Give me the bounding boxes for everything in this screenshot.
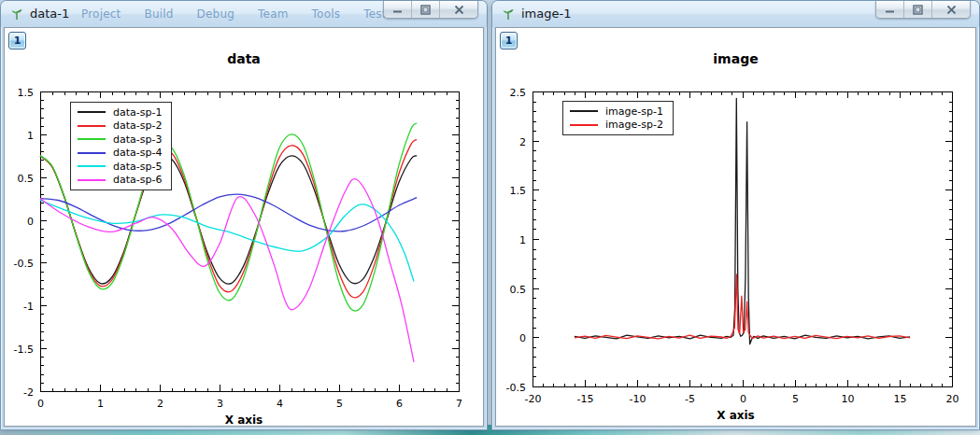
x-tick-label: 4 xyxy=(277,398,283,410)
x-tick-label: 7 xyxy=(456,398,462,410)
window-title: data-1 xyxy=(30,7,69,21)
legend-swatch xyxy=(78,125,106,127)
series-data-sp-4[interactable] xyxy=(40,194,417,232)
maximize-button[interactable] xyxy=(904,1,932,18)
y-tick-label: -1 xyxy=(23,301,34,313)
y-tick-label: 2 xyxy=(519,136,526,148)
legend-entry-image-sp-1: image-sp-1 xyxy=(570,105,663,119)
sprout-icon xyxy=(501,7,516,21)
x-tick-label: 0 xyxy=(740,393,746,405)
legend-swatch xyxy=(78,138,106,140)
minimize-button[interactable] xyxy=(876,1,904,18)
y-tick-label: 0.5 xyxy=(18,173,35,185)
x-tick-label: 5 xyxy=(336,398,343,410)
legend-swatch xyxy=(78,179,106,181)
x-tick-label: 3 xyxy=(217,398,223,410)
plot-canvas[interactable]: 01234567-2-1.5-1-0.500.511.5 xyxy=(5,28,486,428)
y-tick-label: 0 xyxy=(519,332,526,344)
legend-swatch xyxy=(78,152,106,154)
x-tick-label: -5 xyxy=(685,393,695,405)
y-tick-label: 0 xyxy=(27,216,34,228)
y-tick-label: -2 xyxy=(23,386,34,399)
x-tick-label: 1 xyxy=(97,398,104,410)
x-tick-label: -20 xyxy=(525,393,542,405)
ghost-menu-item: Build xyxy=(144,7,173,21)
plot-canvas[interactable]: -20-15-10-505101520-0.500.511.522.5 xyxy=(496,28,978,428)
x-axis-label: X axis xyxy=(496,409,975,422)
legend-label: image-sp-1 xyxy=(605,105,663,118)
x-tick-label: 6 xyxy=(396,398,403,410)
legend-label: data-sp-2 xyxy=(113,119,162,132)
ghost-menu-item: Project xyxy=(81,7,121,21)
legend-label: data-sp-5 xyxy=(113,161,162,173)
axis-ticks xyxy=(533,91,953,387)
window-controls xyxy=(383,1,478,19)
plot-frame xyxy=(533,91,952,386)
y-tick-label: 0.5 xyxy=(510,284,527,296)
y-tick-label: -0.5 xyxy=(14,258,34,270)
y-tick-label: 1.5 xyxy=(510,185,527,197)
y-tick-label: 1 xyxy=(27,130,34,142)
window-data-1: data-1 ProjectBuildDebugTeamToolsTestAna… xyxy=(0,0,488,430)
x-tick-label: 5 xyxy=(792,393,799,405)
x-tick-label: 2 xyxy=(157,398,163,410)
legend-entry-data-sp-4: data-sp-4 xyxy=(78,147,162,161)
window-controls xyxy=(875,1,971,19)
y-tick-label: 1.5 xyxy=(18,87,35,99)
legend-entry-image-sp-2: image-sp-2 xyxy=(570,119,663,133)
x-tick-label: 10 xyxy=(842,393,855,405)
sprout-icon xyxy=(9,7,24,21)
legend-label: data-sp-1 xyxy=(113,106,162,119)
y-tick-label: -0.5 xyxy=(506,382,526,394)
plot-page: 1 image -20-15-10-505101520-0.500.511.52… xyxy=(495,27,976,427)
legend-entry-data-sp-6: data-sp-6 xyxy=(78,174,162,188)
legend-entry-data-sp-5: data-sp-5 xyxy=(78,160,162,174)
ghost-menu-item: Tools xyxy=(312,7,341,21)
y-tick-label: 2.5 xyxy=(510,87,527,99)
titlebar[interactable]: image-1 xyxy=(492,1,979,27)
legend-swatch xyxy=(570,124,598,126)
x-tick-label: 20 xyxy=(946,393,959,405)
ghost-menu-item: Team xyxy=(258,7,289,21)
minimize-button[interactable] xyxy=(384,1,412,18)
y-tick-label: 1 xyxy=(519,234,526,246)
x-tick-label: 15 xyxy=(894,393,907,405)
plot-page: 1 data 01234567-2-1.5-1-0.500.511.5 data… xyxy=(4,27,484,427)
legend-label: image-sp-2 xyxy=(605,119,663,131)
series-data-sp-5[interactable] xyxy=(40,201,414,282)
close-button[interactable] xyxy=(440,1,477,18)
close-button[interactable] xyxy=(932,1,970,18)
series-data-sp-6[interactable] xyxy=(40,179,414,362)
y-tick-label: -1.5 xyxy=(14,344,34,356)
taskbar-edge xyxy=(0,430,980,435)
legend-entry-data-sp-3: data-sp-3 xyxy=(78,133,162,147)
ghost-menu-item: Debug xyxy=(197,7,234,21)
x-axis-label: X axis xyxy=(5,414,483,427)
legend-entry-data-sp-1: data-sp-1 xyxy=(78,105,162,119)
legend-swatch xyxy=(570,110,598,112)
legend-label: data-sp-3 xyxy=(113,133,162,146)
legend-label: data-sp-4 xyxy=(113,147,162,159)
x-tick-label: 0 xyxy=(37,398,44,410)
window-image-1: image-1 1 image -20-15-10-505101520-0.50… xyxy=(491,0,980,430)
x-tick-label: -10 xyxy=(630,393,646,405)
legend-swatch xyxy=(78,165,106,167)
legend-box[interactable]: data-sp-1data-sp-2data-sp-3data-sp-4data… xyxy=(70,102,172,190)
series-image-sp-2[interactable] xyxy=(575,274,910,339)
legend-swatch xyxy=(78,111,106,113)
legend-label: data-sp-6 xyxy=(113,174,162,186)
x-tick-label: -15 xyxy=(577,393,594,405)
legend-entry-data-sp-2: data-sp-2 xyxy=(78,119,162,133)
window-title: image-1 xyxy=(521,7,571,21)
maximize-button[interactable] xyxy=(412,1,440,18)
legend-box[interactable]: image-sp-1image-sp-2 xyxy=(562,101,674,135)
titlebar[interactable]: data-1 ProjectBuildDebugTeamToolsTestAna… xyxy=(1,1,487,27)
